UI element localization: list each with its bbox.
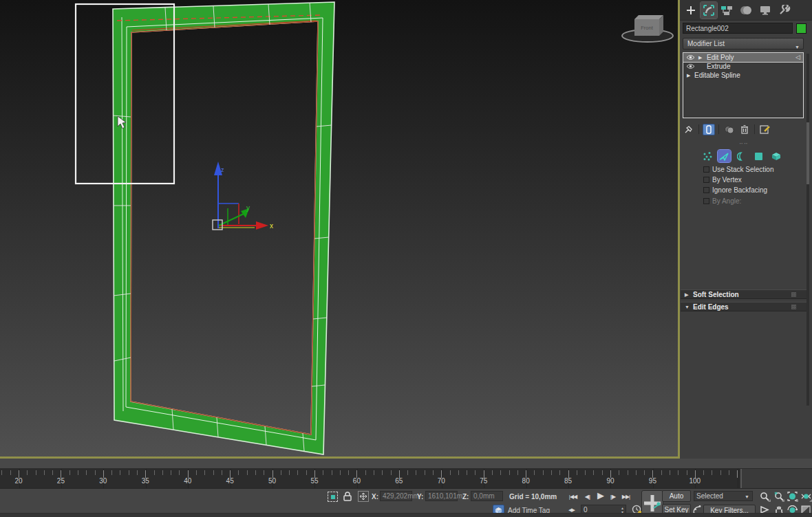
selection-region-icon[interactable] xyxy=(328,492,338,502)
ruler-tick-label: 30 xyxy=(93,477,114,485)
tab-create[interactable] xyxy=(683,2,699,19)
zoom-extents-all-icon[interactable] xyxy=(800,490,812,502)
ruler-tick xyxy=(585,470,586,475)
ruler-tick xyxy=(281,470,281,475)
pin-stack-button[interactable] xyxy=(683,124,695,135)
ruler-tick xyxy=(407,470,408,475)
selection-filter-dropdown[interactable]: Selected ▼ xyxy=(694,491,753,501)
ruler-tick-label: 45 xyxy=(220,477,240,485)
subobject-edge-icon[interactable] xyxy=(718,150,731,162)
subobject-element-icon[interactable] xyxy=(769,150,782,162)
ruler-tick-label: 80 xyxy=(515,477,536,485)
transform-gizmo[interactable]: x y z xyxy=(214,162,273,230)
stack-item-editable-spline[interactable]: ▶ Editable Spline xyxy=(683,71,803,80)
gizmo-z-label: z xyxy=(221,166,224,173)
edit-edges-rollout-header[interactable]: ▼ Edit Edges xyxy=(681,302,809,311)
panel-scrollbar[interactable] xyxy=(806,54,809,406)
use-stack-selection-checkbox[interactable]: Use Stack Selection xyxy=(703,166,774,174)
plus-icon xyxy=(687,6,695,14)
tab-modify[interactable] xyxy=(701,2,717,19)
by-vertex-checkbox[interactable]: By Vertex xyxy=(703,176,742,184)
object-color-swatch[interactable] xyxy=(796,23,806,34)
x-coord-field[interactable]: 429,202mm xyxy=(380,491,412,501)
make-unique-button[interactable] xyxy=(723,124,735,135)
set-keys-button[interactable] xyxy=(641,490,663,516)
ruler-tick-label: 20 xyxy=(8,477,29,485)
viewcube[interactable]: Front xyxy=(622,15,673,42)
zoom-icon[interactable] xyxy=(758,490,771,502)
y-coord-label: Y: xyxy=(417,493,423,500)
ruler-tick-label: 65 xyxy=(389,477,409,485)
zoom-all-icon[interactable] xyxy=(772,490,784,502)
ruler-tick xyxy=(720,470,721,475)
tab-utilities[interactable] xyxy=(776,2,793,19)
ruler-tick xyxy=(10,470,11,475)
zoom-extents-icon[interactable] xyxy=(786,490,798,502)
frame-object[interactable] xyxy=(113,2,334,454)
viewport[interactable]: x y z Front xyxy=(0,0,679,457)
timeline-ruler[interactable]: 20253035404550556065707580859095100 xyxy=(0,469,742,488)
ruler-tick xyxy=(129,470,129,475)
ruler-tick xyxy=(86,470,87,475)
checkbox-icon[interactable] xyxy=(703,177,709,183)
object-name-field[interactable]: Rectangle002 xyxy=(683,23,793,34)
y-coord-field[interactable]: 1610,101m xyxy=(425,491,458,501)
ruler-tick xyxy=(95,470,96,475)
ruler-tick xyxy=(517,470,518,475)
ruler-tick-label: 100 xyxy=(685,477,705,485)
ruler-tick xyxy=(602,470,603,475)
ruler-tick-label: 90 xyxy=(600,477,621,485)
eye-icon[interactable] xyxy=(686,63,695,69)
subobject-level-row xyxy=(701,149,790,163)
tab-motion[interactable] xyxy=(738,2,754,19)
expand-icon[interactable]: ▶ xyxy=(698,53,702,62)
modifier-list-dropdown[interactable]: Modifier List ▼ xyxy=(683,38,804,50)
scrollbar-thumb[interactable] xyxy=(806,122,809,184)
tab-display[interactable] xyxy=(757,2,773,19)
absolute-mode-transform-icon[interactable] xyxy=(358,491,369,502)
remove-modifier-button[interactable] xyxy=(738,124,751,135)
subobject-vertex-icon[interactable] xyxy=(701,150,714,162)
selection-lock-icon[interactable] xyxy=(343,491,352,502)
configure-modifier-sets-button[interactable] xyxy=(758,124,771,135)
soft-selection-rollout-header[interactable]: ▶ Soft Selection xyxy=(681,289,809,299)
ruler-tick xyxy=(348,470,349,475)
ruler-tick xyxy=(636,470,637,475)
ruler-tick-label: 55 xyxy=(304,477,325,485)
checkbox-label: Use Stack Selection xyxy=(712,166,774,173)
ignore-backfacing-checkbox[interactable]: Ignore Backfacing xyxy=(703,186,767,195)
ruler-tick xyxy=(1,470,2,475)
expand-icon[interactable]: ▶ xyxy=(687,71,690,80)
ruler-tick xyxy=(475,470,476,475)
timeline-row: 20253035404550556065707580859095100 xyxy=(0,469,812,488)
show-end-result-button[interactable] xyxy=(703,124,715,135)
selection-filter-value: Selected xyxy=(696,492,723,500)
ruler-tick xyxy=(306,470,307,475)
ruler-tick-label: 95 xyxy=(642,477,663,485)
checkbox-icon[interactable] xyxy=(703,166,709,173)
go-to-end-button[interactable]: ▶▶| xyxy=(620,491,632,502)
rollout-drag-handle[interactable]: ⠒⠒ xyxy=(739,141,753,144)
subobject-polygon-icon[interactable] xyxy=(752,150,765,162)
ruler-tick xyxy=(323,470,323,475)
stack-item-extrude[interactable]: Extrude xyxy=(683,62,803,71)
stack-item-edit-poly[interactable]: ▶ Edit Poly ◁ xyxy=(683,53,803,62)
ruler-tick xyxy=(247,470,248,475)
go-to-start-button[interactable]: |◀◀ xyxy=(567,491,579,502)
chevron-down-icon: ▼ xyxy=(795,42,800,52)
auto-key-button[interactable]: Auto Key xyxy=(662,490,691,502)
ruler-tick xyxy=(374,470,374,475)
next-frame-button[interactable]: ||▶ xyxy=(607,491,619,502)
ruler-tick xyxy=(534,470,535,475)
checkbox-icon[interactable] xyxy=(703,187,709,193)
z-coord-field[interactable]: 0,0mm xyxy=(471,491,503,501)
ruler-tick xyxy=(179,470,180,475)
subobject-border-icon[interactable] xyxy=(735,150,748,162)
previous-frame-button[interactable]: ◀|| xyxy=(581,491,593,502)
max-window: x y z Front xyxy=(0,0,812,517)
track-bar[interactable] xyxy=(0,459,812,469)
eye-icon[interactable] xyxy=(686,54,695,60)
tab-hierarchy[interactable] xyxy=(718,2,735,19)
by-angle-label: By Angle: xyxy=(712,197,741,205)
play-button[interactable]: ▶ xyxy=(595,490,606,500)
